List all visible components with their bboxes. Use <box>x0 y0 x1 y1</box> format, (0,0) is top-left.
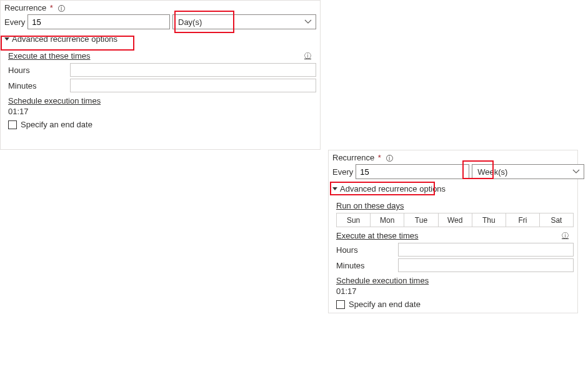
unit-select-week[interactable]: Week(s) <box>472 164 584 179</box>
hours-input[interactable] <box>398 243 574 257</box>
hours-row: Hours <box>336 243 574 257</box>
end-date-label: Specify an end date <box>21 120 92 129</box>
caret-down-icon <box>332 187 337 190</box>
every-value-input[interactable] <box>27 14 170 29</box>
info-icon[interactable]: i <box>386 155 393 162</box>
unit-select-value: Week(s) <box>477 167 507 177</box>
every-row: Every Day(s) <box>4 14 316 29</box>
every-label: Every <box>332 167 353 177</box>
weekday-table: Sun Mon Tue Wed Thu Fri Sat <box>336 213 574 227</box>
end-date-checkbox[interactable] <box>336 300 345 309</box>
recurrence-panel-day: Recurrence * i Every Day(s) Advanced rec… <box>0 0 321 150</box>
weekday-cell-thu[interactable]: Thu <box>472 213 506 227</box>
recurrence-panel-week: Recurrence * i Every Week(s) Advanced re… <box>328 150 578 313</box>
end-date-row: Specify an end date <box>336 300 574 309</box>
execute-at-header: Execute at these times ⓘ <box>336 231 574 240</box>
weekday-cell-sat[interactable]: Sat <box>539 213 573 227</box>
minutes-input[interactable] <box>70 79 316 92</box>
hours-label: Hours <box>336 245 396 255</box>
run-days-label: Run on these days <box>336 201 574 210</box>
end-date-row: Specify an end date <box>8 120 316 129</box>
weekday-cell-mon[interactable]: Mon <box>371 213 404 227</box>
every-value-input[interactable] <box>356 164 469 179</box>
end-date-label: Specify an end date <box>349 300 421 309</box>
schedule-exec-value: 01:17 <box>336 286 574 296</box>
execute-at-label: Execute at these times <box>8 51 91 61</box>
required-asterisk: * <box>50 3 53 12</box>
advanced-toggle-label: Advanced recurrence options <box>12 34 117 44</box>
recurrence-header: Recurrence * i <box>332 153 574 162</box>
schedule-exec-label: Schedule execution times <box>8 96 316 105</box>
advanced-toggle[interactable]: Advanced recurrence options <box>332 184 446 193</box>
weekday-cell-tue[interactable]: Tue <box>404 213 438 227</box>
info-icon[interactable]: i <box>58 5 65 12</box>
minutes-label: Minutes <box>8 81 67 91</box>
minutes-input[interactable] <box>398 258 574 272</box>
unit-select-day[interactable]: Day(s) <box>172 14 316 29</box>
caret-down-icon <box>4 37 9 41</box>
recurrence-label: Recurrence <box>4 3 46 12</box>
every-label: Every <box>4 17 25 27</box>
weekday-cell-fri[interactable]: Fri <box>506 213 539 227</box>
execute-at-header: Execute at these times ⓘ <box>8 51 316 61</box>
chevron-down-icon <box>304 18 312 27</box>
recurrence-label: Recurrence <box>332 153 374 162</box>
every-row: Every Week(s) <box>332 164 574 179</box>
minutes-row: Minutes <box>336 258 574 272</box>
hours-label: Hours <box>8 66 67 75</box>
end-date-checkbox[interactable] <box>8 120 17 129</box>
weekday-cell-sun[interactable]: Sun <box>337 213 371 227</box>
unit-select-value: Day(s) <box>178 17 202 27</box>
chevron-down-icon <box>572 168 580 177</box>
advanced-toggle-label: Advanced recurrence options <box>340 184 446 193</box>
minutes-label: Minutes <box>336 261 396 270</box>
info-icon[interactable]: ⓘ <box>304 51 311 61</box>
advanced-toggle[interactable]: Advanced recurrence options <box>4 34 117 44</box>
required-asterisk: * <box>378 153 381 162</box>
minutes-row: Minutes <box>8 79 316 92</box>
hours-row: Hours <box>8 63 316 77</box>
weekday-cell-wed[interactable]: Wed <box>438 213 472 227</box>
execute-at-label: Execute at these times <box>336 231 419 240</box>
schedule-exec-label: Schedule execution times <box>336 276 574 285</box>
hours-input[interactable] <box>70 63 316 77</box>
schedule-exec-value: 01:17 <box>8 107 316 116</box>
recurrence-header: Recurrence * i <box>4 3 316 12</box>
info-icon[interactable]: ⓘ <box>562 231 569 240</box>
